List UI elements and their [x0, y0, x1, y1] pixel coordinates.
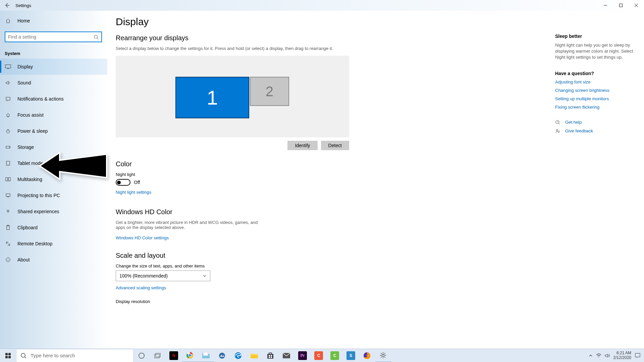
nav-display[interactable]: Display	[0, 59, 107, 75]
nav-label: Multitasking	[17, 177, 42, 182]
svg-point-28	[189, 354, 192, 357]
volume-icon[interactable]	[605, 353, 610, 358]
night-light-settings-link[interactable]: Night light settings	[116, 190, 151, 195]
notifications-icon	[5, 96, 11, 102]
help-link-flickering[interactable]: Fixing screen flickering	[555, 105, 637, 110]
hd-color-settings-link[interactable]: Windows HD Color settings	[116, 235, 169, 240]
app-mail[interactable]	[278, 349, 294, 362]
sidebar-section-label: System	[0, 46, 107, 59]
app-settings[interactable]	[375, 349, 391, 362]
nav-home[interactable]: Home	[0, 13, 107, 28]
nav-remote-desktop[interactable]: Remote Desktop	[0, 236, 107, 252]
close-button[interactable]	[629, 0, 644, 11]
svg-point-40	[382, 354, 384, 356]
svg-rect-18	[5, 353, 8, 355]
help-link-monitors[interactable]: Setting up multiple monitors	[555, 96, 637, 101]
app-photos[interactable]	[214, 349, 230, 362]
svg-rect-12	[7, 226, 9, 230]
svg-point-23	[139, 353, 144, 358]
taskbar-search-placeholder: Type here to search	[31, 353, 75, 358]
get-help-link[interactable]: ? Get help	[555, 120, 637, 125]
nav-tablet-mode[interactable]: Tablet mode	[0, 155, 107, 171]
remote-desktop-icon	[5, 241, 11, 246]
tray-clock[interactable]: 6:21 AM 2/12/2020	[613, 351, 631, 360]
about-icon	[5, 257, 11, 262]
help-link-font-size[interactable]: Adjusting font size	[555, 79, 637, 84]
nav-focus-assist[interactable]: Focus assist	[0, 107, 107, 123]
nav-multitasking[interactable]: Multitasking	[0, 171, 107, 187]
nav-label: Projecting to this PC	[17, 193, 60, 198]
sleep-better-title: Sleep better	[555, 34, 637, 39]
resolution-label: Display resolution	[116, 299, 557, 304]
start-button[interactable]	[0, 349, 16, 362]
nav-storage[interactable]: Storage	[0, 139, 107, 155]
toggle-knob	[117, 181, 121, 184]
search-input[interactable]	[8, 34, 94, 40]
projecting-icon	[5, 193, 11, 198]
taskbar-search[interactable]: Type here to search	[16, 349, 133, 362]
nav-sound[interactable]: Sound	[0, 75, 107, 91]
monitor-1-label: 1	[207, 86, 218, 109]
app-firefox[interactable]	[359, 349, 375, 362]
premiere-icon: Pr	[298, 351, 307, 360]
taskbar-apps: N Pr C C S	[133, 349, 391, 362]
svg-rect-25	[156, 353, 160, 357]
folder-icon	[250, 352, 258, 359]
app-premiere[interactable]: Pr	[294, 349, 311, 362]
svg-rect-37	[271, 357, 272, 358]
app-snagit[interactable]: S	[343, 349, 359, 362]
scale-dropdown[interactable]: 100% (Recommended)	[116, 270, 210, 281]
app-edge[interactable]	[230, 349, 246, 362]
nav-clipboard[interactable]: Clipboard	[0, 220, 107, 236]
identify-button[interactable]: Identify	[287, 141, 317, 150]
display-arrangement-area[interactable]: 1 2	[116, 56, 349, 137]
app-store[interactable]	[262, 349, 278, 362]
sleep-better-text: Night light can help you get to sleep by…	[555, 42, 637, 61]
nav-projecting[interactable]: Projecting to this PC	[0, 187, 107, 203]
night-light-toggle[interactable]	[116, 179, 130, 186]
monitor-2[interactable]: 2	[250, 77, 289, 106]
camtasia-icon: C	[330, 351, 339, 360]
photos-icon	[218, 352, 226, 360]
nav-power-sleep[interactable]: Power & sleep	[0, 123, 107, 139]
app-explorer[interactable]	[246, 349, 262, 362]
app-camtasia[interactable]: C	[327, 349, 343, 362]
back-button[interactable]	[0, 0, 14, 11]
detect-button[interactable]: Detect	[321, 141, 349, 150]
svg-rect-35	[271, 355, 272, 356]
nav-label: Focus assist	[17, 112, 44, 118]
feedback-icon	[555, 128, 560, 134]
app-files[interactable]	[198, 349, 214, 362]
tray-chevron-up-icon[interactable]	[589, 354, 593, 358]
app-chrome[interactable]	[182, 349, 198, 362]
back-arrow-icon	[4, 3, 10, 8]
cortana-button[interactable]	[133, 349, 150, 362]
display-icon	[5, 64, 11, 69]
tray-time: 6:21 AM	[613, 351, 631, 356]
hd-color-description: Get a brighter, more vibrant picture in …	[116, 220, 260, 230]
nav-shared-experiences[interactable]: Shared experiences	[0, 203, 107, 220]
svg-rect-32	[251, 355, 258, 358]
task-view-button[interactable]	[150, 349, 166, 362]
action-center-icon[interactable]	[635, 353, 641, 359]
help-link-brightness[interactable]: Changing screen brightness	[555, 88, 637, 93]
svg-text:?: ?	[557, 121, 558, 124]
svg-rect-41	[635, 353, 640, 357]
monitor-1[interactable]: 1	[175, 77, 249, 118]
app-netflix[interactable]: N	[166, 349, 182, 362]
svg-rect-11	[6, 194, 10, 196]
minimize-button[interactable]	[598, 0, 613, 11]
nav-notifications[interactable]: Notifications & actions	[0, 91, 107, 107]
search-box[interactable]	[5, 32, 102, 42]
app-camtasia-rec[interactable]: C	[311, 349, 327, 362]
maximize-button[interactable]	[613, 0, 629, 11]
wifi-icon[interactable]	[596, 353, 601, 358]
svg-rect-33	[267, 354, 273, 359]
scale-layout-title: Scale and layout	[116, 252, 557, 259]
nav-about[interactable]: About	[0, 252, 107, 268]
main-content: Display Rearrange your displays Select a…	[116, 16, 557, 349]
tablet-icon	[5, 161, 11, 166]
give-feedback-link[interactable]: Give feedback	[555, 128, 637, 134]
nav-label: Display	[17, 64, 33, 69]
advanced-scaling-link[interactable]: Advanced scaling settings	[116, 285, 166, 290]
